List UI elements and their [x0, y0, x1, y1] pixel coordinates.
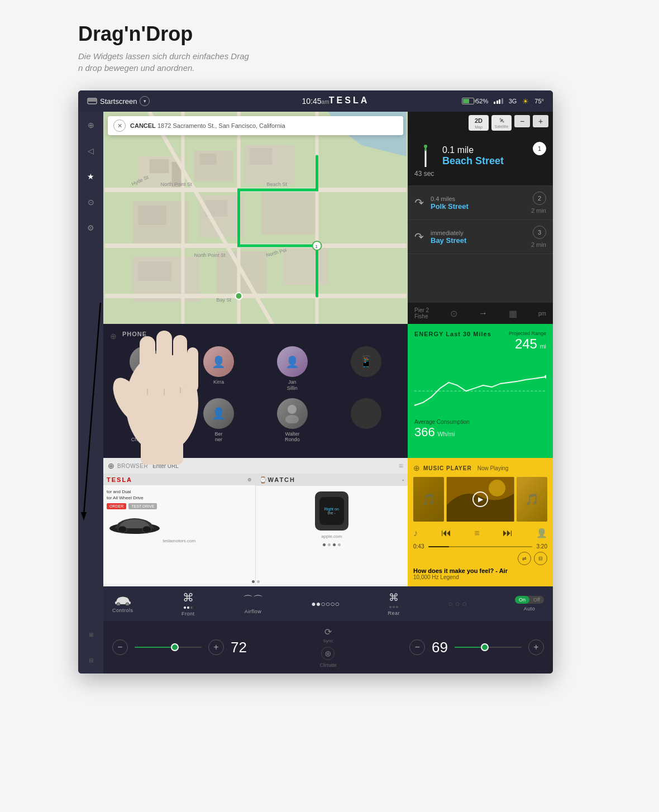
left-temp-minus[interactable]: −: [112, 639, 128, 655]
contact-6[interactable]: 👤 Berner: [184, 398, 254, 443]
svg-point-50: [126, 603, 129, 605]
ui-container: Startscreen ▾ 10:45am TESLA 52%: [78, 90, 553, 674]
extra-controls: ⇌ ⊟: [413, 552, 547, 565]
now-playing-label: Now Playing: [477, 465, 509, 471]
ctrl-car[interactable]: Controls: [112, 594, 133, 613]
tesla-car-image: [107, 513, 163, 535]
on-off-toggle[interactable]: On Off: [515, 596, 544, 604]
contact-7[interactable]: WalterRondo: [257, 398, 328, 443]
left-temp-plus[interactable]: +: [208, 639, 224, 655]
progress-row: 0:43 3:20: [413, 543, 547, 550]
front-dots: [184, 606, 193, 609]
cancel-bar[interactable]: ✕ CANCEL 1872 Sacramento St., San Fancis…: [108, 116, 403, 135]
sidebar-drag-bottom-2[interactable]: ⊟: [83, 652, 99, 668]
repeat-btn[interactable]: ⊟: [534, 552, 547, 565]
phone-drag-handle[interactable]: ⊕: [110, 332, 117, 341]
climate-icon: ◎: [321, 647, 335, 660]
rear-dots: [389, 606, 398, 608]
dot-1: [323, 543, 326, 546]
zoom-out-btn[interactable]: −: [514, 115, 530, 127]
satellite-btn[interactable]: 🛰 Satellite: [491, 115, 512, 131]
sidebar-drag-bottom-1[interactable]: ⊞: [83, 627, 99, 642]
svg-point-39: [288, 405, 297, 414]
prev-track-btn[interactable]: ⏮: [441, 527, 451, 539]
order-btn[interactable]: ORDER: [107, 503, 126, 509]
person-icon: 👤: [536, 528, 547, 538]
avatar-1: 👤: [130, 346, 160, 377]
progress-bar[interactable]: [428, 546, 532, 547]
ctrl-auto[interactable]: On Off Auto: [515, 596, 544, 612]
thumb-current[interactable]: ▶: [446, 477, 514, 522]
apple-settings-icon[interactable]: •: [402, 477, 404, 483]
svg-text:Bay St: Bay St: [217, 297, 232, 303]
tab-settings-icon[interactable]: ⚙: [247, 477, 252, 483]
music-info: How does it make you feel? - Air 10,000 …: [413, 567, 547, 580]
off-button[interactable]: Off: [529, 596, 544, 604]
browser-drag-handle[interactable]: ⊕: [108, 461, 114, 470]
next-track-btn[interactable]: ⏭: [503, 527, 513, 539]
battery-icon: 52%: [462, 98, 488, 104]
on-button[interactable]: On: [515, 596, 529, 604]
sidebar-location[interactable]: ⊙: [83, 194, 99, 210]
sync-icon[interactable]: ⟳: [324, 627, 332, 637]
cancel-x-button[interactable]: ✕: [113, 120, 126, 132]
ctrl-rear[interactable]: ⌘ Rear: [388, 591, 400, 616]
thumb-prev[interactable]: 🎵: [413, 477, 444, 522]
right-panels: Hyde St North Point St North Point St Ba…: [103, 112, 553, 674]
browser-content: TESLA ⚙ tor and Dualtor All Wheel Drive …: [103, 474, 408, 585]
ctrl-front[interactable]: ⌘ Front: [182, 591, 195, 617]
nav-road-1: Beach Street: [442, 155, 504, 167]
test-drive-btn[interactable]: TEST DRIVE: [128, 503, 157, 509]
right-temp-slider[interactable]: [455, 647, 522, 648]
rear-fan-icon: ⌘: [389, 591, 399, 604]
map-controls: 2D Map 🛰 Satellite − +: [408, 112, 553, 134]
music-drag-handle[interactable]: ⊕: [413, 464, 420, 472]
ctrl-airflow[interactable]: ⌒⌒ Airflow: [243, 593, 263, 614]
arrow-icon: →: [479, 308, 488, 318]
sidebar-drag-top[interactable]: ⊕: [83, 117, 99, 133]
watch-screen-text: Right onthe -: [324, 507, 339, 515]
bottom-section: ⊕ BROWSER Enter URL ≡ TESLA ⚙: [103, 458, 553, 586]
startscreen-button[interactable]: Startscreen ▾: [87, 96, 150, 106]
watch-title: ⌚WATCH: [259, 476, 296, 484]
ctrl-rear-label: Rear: [388, 610, 400, 616]
map-area[interactable]: Hyde St North Point St North Point St Ba…: [103, 112, 408, 324]
rear-dot-2: [393, 606, 395, 608]
sidebar-back[interactable]: ◁: [83, 143, 99, 159]
contact-5[interactable]: 👤 OleChristiansen: [110, 398, 180, 443]
right-temp-minus[interactable]: −: [409, 639, 425, 655]
contact-4: 📱: [331, 346, 401, 391]
sidebar-star[interactable]: ★: [83, 169, 99, 184]
contact-8: [331, 398, 401, 443]
contact-1[interactable]: 👤 DominikEssel: [110, 346, 180, 391]
rear-level-icon: ○ ○ ○: [448, 599, 466, 608]
sidebar-settings[interactable]: ⚙: [83, 220, 99, 236]
time-display: 10:45am: [302, 97, 330, 106]
shuffle-btn[interactable]: ⇌: [518, 552, 531, 565]
signal-bars: [494, 98, 503, 104]
contact-2[interactable]: 👤 Kirra: [184, 346, 254, 391]
svg-text:Beach St: Beach St: [267, 181, 288, 187]
contact-3[interactable]: 👤 JanSillin: [257, 346, 328, 391]
contact-name-3: JanSillin: [287, 379, 298, 391]
top-section: Hyde St North Point St North Point St Ba…: [103, 112, 553, 324]
thumb-next[interactable]: 🎵: [517, 477, 547, 522]
nav-step-2: ↶ 0.4 miles Polk Street 2 2 min: [408, 186, 553, 220]
left-temp-slider[interactable]: [135, 647, 202, 648]
chevron-circle[interactable]: ▾: [140, 96, 150, 106]
startscreen-label: Startscreen: [100, 97, 137, 106]
browser-menu-icon[interactable]: ≡: [399, 461, 403, 470]
zoom-in-btn[interactable]: +: [533, 115, 548, 127]
2d-map-btn[interactable]: 2D Map: [469, 115, 489, 131]
watch-pagination: [323, 543, 341, 546]
nav-turn-icon-3: ↷: [414, 230, 424, 243]
nav-turn-icon-1: [414, 142, 437, 170]
browser-url-input[interactable]: Enter URL: [152, 463, 394, 469]
svg-point-33: [236, 293, 242, 299]
music-controls: ♪ ⏮ ≡ ⏭ 👤: [413, 527, 547, 539]
browser-tab-tesla[interactable]: TESLA ⚙ tor and Dualtor All Wheel Drive …: [103, 474, 256, 585]
right-temp-plus[interactable]: +: [528, 639, 544, 655]
svg-rect-5: [150, 159, 169, 173]
play-button[interactable]: ▶: [472, 491, 488, 507]
browser-tab-apple[interactable]: ⌚WATCH • Right onthe - apple: [256, 474, 408, 585]
